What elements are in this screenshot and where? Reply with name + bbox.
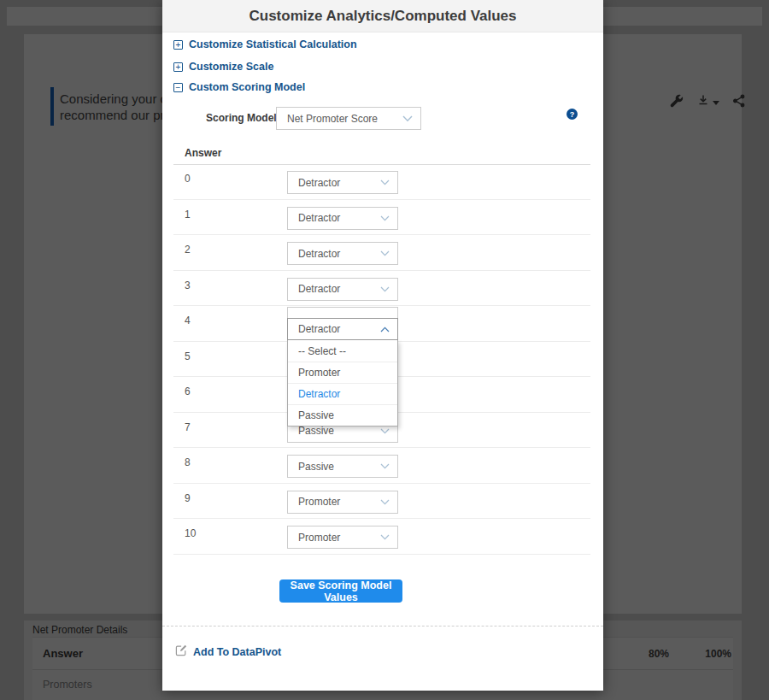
answer-select[interactable]: Detractor (287, 242, 398, 265)
plus-square-icon: + (173, 62, 183, 72)
answer-select[interactable]: Detractor (287, 207, 398, 230)
chevron-down-icon (380, 250, 390, 256)
answer-table-header: Answer (185, 147, 221, 159)
chevron-down-icon (380, 499, 390, 505)
answer-select-underlying[interactable] (287, 307, 398, 319)
table-row: 0 Detractor (173, 164, 590, 200)
section-custom-scoring-model[interactable]: − Custom Scoring Model (173, 81, 305, 93)
answer-label: 10 (185, 527, 196, 539)
answer-select-open[interactable]: Detractor (287, 318, 398, 340)
dropdown-option[interactable]: Passive (288, 404, 397, 426)
chevron-down-icon (380, 534, 390, 540)
section-label: Customize Statistical Calculation (189, 38, 357, 50)
chevron-up-icon (380, 326, 390, 332)
table-row: 9 Promoter (173, 484, 590, 520)
section-customize-statistical-calculation[interactable]: + Customize Statistical Calculation (173, 38, 357, 50)
table-row: 2 Detractor (173, 235, 590, 271)
section-customize-scale[interactable]: + Customize Scale (173, 61, 273, 73)
answer-select[interactable]: Detractor (287, 278, 398, 301)
answer-label: 6 (185, 385, 191, 397)
footer-divider (162, 626, 603, 626)
chevron-down-icon (380, 286, 390, 292)
minus-square-icon: − (173, 83, 183, 92)
answer-select[interactable]: Promoter (287, 491, 398, 514)
chevron-down-icon (380, 428, 390, 434)
answer-select[interactable]: Detractor (287, 171, 398, 194)
open-dropdown: Detractor -- Select -- Promoter Detracto… (287, 307, 398, 426)
scoring-rows: 0 Detractor 1 Detractor 2 Detractor 3 (173, 164, 590, 555)
chevron-down-icon (402, 115, 413, 122)
table-row: 1 Detractor (173, 200, 590, 236)
dropdown-options-list: -- Select -- Promoter Detractor Passive (287, 340, 398, 426)
table-row: 4 Detractor -- Select -- Promoter Detrac… (173, 306, 590, 342)
add-to-datapivot-link[interactable]: Add To DataPivot (175, 644, 281, 660)
help-icon[interactable]: ? (566, 109, 578, 120)
answer-label: 2 (185, 244, 191, 256)
answer-label: 7 (185, 421, 191, 433)
dropdown-option[interactable]: Promoter (288, 362, 397, 383)
answer-label: 1 (185, 209, 191, 221)
answer-label: 8 (185, 456, 191, 468)
edit-square-icon (175, 644, 187, 660)
table-row: 3 Detractor (173, 271, 590, 307)
dropdown-option-selected[interactable]: Detractor (288, 383, 397, 404)
answer-label: 3 (185, 279, 191, 291)
chevron-down-icon (380, 179, 390, 185)
section-label: Customize Scale (189, 61, 273, 73)
table-row: 8 Passive (173, 448, 590, 484)
scoring-model-select[interactable]: Net Promoter Score (276, 107, 421, 130)
answer-select[interactable]: Promoter (287, 526, 398, 549)
modal-title: Customize Analytics/Computed Values (249, 8, 517, 25)
answer-label: 5 (185, 350, 191, 362)
table-row: 10 Promoter (173, 519, 590, 555)
answer-label: 0 (185, 173, 191, 185)
answer-label: 9 (185, 492, 191, 504)
section-label: Custom Scoring Model (189, 81, 305, 93)
save-scoring-model-button[interactable]: Save Scoring Model Values (279, 579, 402, 603)
answer-select[interactable]: Passive (287, 455, 398, 478)
plus-square-icon: + (173, 40, 183, 50)
dropdown-option[interactable]: -- Select -- (288, 340, 397, 362)
scoring-model-label: Scoring Model (206, 112, 277, 124)
answer-label: 4 (185, 315, 191, 326)
chevron-down-icon (380, 215, 390, 221)
modal-header: Customize Analytics/Computed Values (162, 0, 603, 32)
customize-analytics-modal: Customize Analytics/Computed Values + Cu… (162, 0, 603, 691)
chevron-down-icon (380, 463, 390, 469)
